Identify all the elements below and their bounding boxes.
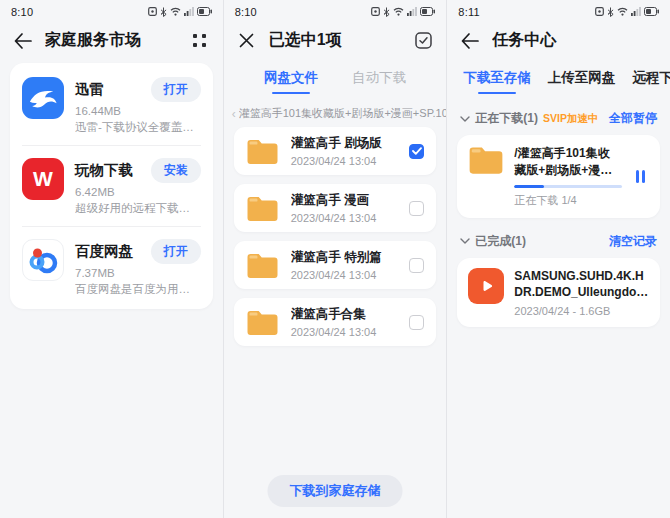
app-action-button[interactable]: 安装 [151,158,201,183]
completed-file-meta: 2023/04/24 - 1.6GB [514,305,649,317]
folder-name: 灌篮高手 特别篇 [291,249,398,266]
app-row-wanwu: W 玩物下载 安装 6.42MB 超级好用的远程下载工具 [22,145,201,226]
status-icons [371,7,435,17]
folder-row[interactable]: 灌篮高手合集 2023/04/24 13:04 [234,298,437,346]
folder-checkbox[interactable] [409,315,424,330]
folder-info: 灌篮高手 漫画 2023/04/24 13:04 [291,192,398,224]
chevron-left-icon: ‹ [232,107,236,121]
three-phone-screens: 8:10 家庭服务市场 [0,0,670,518]
bluetooth-icon [160,7,167,17]
folder-date: 2023/04/24 13:04 [291,326,398,338]
app-description: 超级好用的远程下载工具 [75,201,201,216]
chevron-down-icon[interactable] [460,116,470,122]
completed-section-label: 已完成(1) [475,233,526,250]
breadcrumb-path: 灌篮高手101集收藏版+剧场版+漫画+SP.1080 [239,106,447,121]
task-name: /灌篮高手101集收藏版+剧场版+漫画+SP.1080P/灌篮高... [514,145,621,179]
status-time: 8:10 [11,6,33,18]
bluetooth-icon [607,7,614,17]
downloading-section-label: 正在下载(1) [475,110,538,127]
folder-row[interactable]: 灌篮高手 特别篇 2023/04/24 13:04 [234,241,437,289]
folder-info: 灌篮高手 剧场版 2023/04/24 13:04 [291,135,398,167]
folder-name: 灌篮高手 漫画 [291,192,398,209]
app-row-xunlei: 迅雷 打开 16.44MB 迅雷-下载协议全覆盖，热种下... [22,65,201,145]
folder-checkbox[interactable] [409,201,424,216]
chevron-down-icon[interactable] [460,238,470,244]
app-name: 玩物下载 [75,161,133,180]
task-info: /灌篮高手101集收藏版+剧场版+漫画+SP.1080P/灌篮高... 正在下载… [514,145,621,208]
folder-name: 灌篮高手合集 [291,306,398,323]
folder-date: 2023/04/24 13:04 [291,155,398,167]
back-arrow-icon[interactable] [460,31,480,51]
folder-checkbox[interactable] [409,144,424,159]
completed-section-header: 已完成(1) 清空记录 [447,226,670,256]
nfc-icon [148,7,157,16]
svip-badge: SVIP加速中 [543,112,598,126]
breadcrumb[interactable]: ‹ 灌篮高手101集收藏版+剧场版+漫画+SP.1080 [224,103,447,127]
page-title: 任务中心 [492,30,657,51]
app-info: 玩物下载 安装 6.42MB 超级好用的远程下载工具 [75,158,201,216]
market-header: 家庭服务市场 [0,20,223,59]
screen-task-center: 8:11 任务中心 下载至存储 上传至网盘 远程下载 正在下载(1) SVIP加… [447,0,670,518]
task-info: SAMSUNG.SUHD.4K.HDR.DEMO_Ulleungdo.ts 20… [514,268,649,318]
status-icons [148,7,212,17]
app-size: 6.42MB [75,186,201,198]
xunlei-app-icon [22,77,64,119]
bluetooth-icon [383,7,390,17]
app-action-button[interactable]: 打开 [151,77,201,102]
app-size: 7.37MB [75,267,201,279]
folder-info: 灌篮高手合集 2023/04/24 13:04 [291,306,398,338]
tab-netdisk-files[interactable]: 网盘文件 [264,69,318,94]
tab-auto-download[interactable]: 自动下载 [352,69,406,94]
folder-row[interactable]: 灌篮高手 剧场版 2023/04/24 13:04 [234,127,437,175]
page-title: 家庭服务市场 [45,30,178,51]
app-name: 迅雷 [75,80,104,99]
completed-task-card[interactable]: SAMSUNG.SUHD.4K.HDR.DEMO_Ulleungdo.ts 20… [457,258,660,328]
close-icon[interactable] [237,31,257,51]
downloading-task-card[interactable]: /灌篮高手101集收藏版+剧场版+漫画+SP.1080P/灌篮高... 正在下载… [457,135,660,218]
folder-icon [468,145,504,175]
pause-all-link[interactable]: 全部暂停 [609,110,657,127]
status-bar: 8:10 [224,0,447,20]
folder-icon [246,138,279,165]
signal-icon [631,7,641,16]
folder-date: 2023/04/24 13:04 [291,212,398,224]
progress-bar [514,185,544,188]
status-bar: 8:11 [447,0,670,20]
battery-icon [420,7,435,16]
select-all-icon[interactable] [413,31,433,51]
signal-icon [407,7,417,16]
tab-download-to-storage[interactable]: 下载至存储 [463,69,531,94]
folder-date: 2023/04/24 13:04 [291,269,398,281]
wifi-icon [617,7,628,16]
tab-remote-download[interactable]: 远程下载 [632,69,670,94]
folder-row[interactable]: 灌篮高手 漫画 2023/04/24 13:04 [234,184,437,232]
grid-menu-icon[interactable] [190,31,210,51]
selection-count-title: 已选中1项 [269,30,402,51]
back-arrow-icon[interactable] [13,31,33,51]
app-row-baidu: 百度网盘 打开 7.37MB 百度网盘是百度为用户精心打造... [22,226,201,307]
app-action-button[interactable]: 打开 [151,239,201,264]
nfc-icon [371,7,380,16]
pause-icon[interactable] [632,166,650,187]
picker-header: 已选中1项 [224,20,447,59]
battery-icon [197,7,212,16]
folder-info: 灌篮高手 特别篇 2023/04/24 13:04 [291,249,398,281]
wanwu-app-icon: W [22,158,64,200]
baidu-netdisk-app-icon [22,239,64,281]
downloading-section-header: 正在下载(1) SVIP加速中 全部暂停 [447,103,670,133]
app-description: 迅雷-下载协议全覆盖，热种下... [75,120,201,135]
wifi-icon [170,7,181,16]
folder-icon [246,252,279,279]
folder-checkbox[interactable] [409,258,424,273]
status-bar: 8:10 [0,0,223,20]
clear-records-link[interactable]: 清空记录 [609,233,657,250]
folder-icon [246,309,279,336]
completed-file-name: SAMSUNG.SUHD.4K.HDR.DEMO_Ulleungdo.ts [514,268,649,302]
progress-track [514,185,621,188]
tab-upload-to-netdisk[interactable]: 上传至网盘 [548,69,616,94]
tasks-header: 任务中心 [447,20,670,59]
app-description: 百度网盘是百度为用户精心打造... [75,282,201,297]
app-size: 16.44MB [75,105,201,117]
status-time: 8:10 [235,6,257,18]
download-to-home-storage-button[interactable]: 下载到家庭存储 [268,475,403,507]
